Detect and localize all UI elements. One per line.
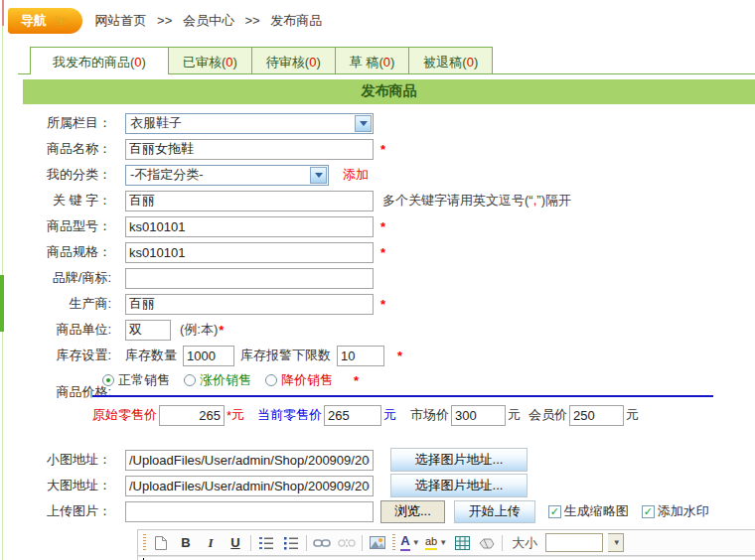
thumbnail-checkbox-wrap: ✓ 生成缩略图	[548, 502, 629, 520]
model-row: 商品型号： *	[12, 214, 755, 238]
pointing-finger-icon: ☞	[54, 12, 67, 30]
unit-label: 商品单位:	[12, 321, 111, 339]
font-color-letter: A	[400, 534, 409, 550]
watermark-checkbox[interactable]: ✓	[642, 505, 655, 518]
editor-toolbar: B I U A▼ ab▼	[137, 529, 755, 556]
start-upload-button[interactable]: 开始上传	[454, 500, 535, 523]
required-asterisk: *	[219, 323, 224, 338]
market-price-input[interactable]	[451, 405, 506, 426]
radio-price-up[interactable]	[184, 374, 196, 386]
tab-rejected[interactable]: 被退稿(0)	[408, 47, 493, 73]
stock-warn-input[interactable]	[337, 346, 384, 366]
link-icon[interactable]	[312, 533, 332, 553]
my-class-select[interactable]: -不指定分类-	[125, 165, 329, 186]
toolbar-grip[interactable]	[143, 534, 146, 552]
yuan-label: 元	[508, 406, 521, 424]
category-select[interactable]: 衣服鞋子	[125, 113, 374, 134]
highlight-letters: ab	[425, 535, 437, 549]
italic-button[interactable]: I	[201, 533, 221, 553]
price-inputs-line: 原始零售价 *元 当前零售价 元 市场价 元 会员价 元	[92, 402, 713, 428]
small-image-row: 小图地址： 选择图片地址...	[12, 448, 755, 472]
member-price-input[interactable]	[569, 405, 624, 426]
orig-price-input[interactable]	[159, 405, 225, 426]
breadcrumb-publish: 发布商品	[270, 13, 322, 28]
required-asterisk: *	[380, 245, 385, 260]
section-title: 发布商品	[23, 79, 755, 104]
producer-input[interactable]	[125, 294, 374, 315]
browse-button[interactable]: 浏览...	[380, 500, 445, 523]
upload-file-input[interactable]	[125, 501, 374, 522]
producer-label: 生产商:	[12, 295, 111, 313]
product-name-input[interactable]	[125, 139, 374, 160]
yuan-label: 元	[626, 406, 639, 424]
required-asterisk: *	[354, 373, 359, 388]
breadcrumb-separator: >>	[245, 13, 260, 28]
tab-my-published[interactable]: 我发布的商品(0)	[30, 47, 169, 74]
chevron-down-icon[interactable]	[355, 115, 372, 132]
eraser-icon[interactable]	[477, 533, 497, 553]
font-size-combobox[interactable]	[545, 533, 603, 552]
nav-badge: 导航 ☞	[8, 8, 82, 34]
tab-pending[interactable]: 待审核(0)	[251, 47, 336, 73]
big-image-input[interactable]	[125, 476, 374, 496]
product-name-row: 商品名称： *	[12, 137, 755, 161]
breadcrumb: 网站首页 >> 会员中心 >> 发布商品	[94, 12, 322, 30]
choose-big-image-button[interactable]: 选择图片地址...	[390, 474, 528, 497]
radio-price-down[interactable]	[265, 374, 277, 386]
breadcrumb-member-center[interactable]: 会员中心	[183, 13, 234, 28]
insert-table-icon[interactable]	[452, 533, 472, 553]
tab-label: 我发布的商品	[53, 55, 130, 70]
ordered-list-icon[interactable]	[256, 533, 276, 553]
stock-warn-label: 库存报警下限数	[240, 347, 331, 364]
unit-row: 商品单位: (例:本)*	[12, 318, 755, 342]
left-edge-red-segment	[2, 0, 4, 26]
price-row: 商品价格: 正常销售 涨价销售 降价销售 * 原始零售价 *元 当前零售价 元 …	[12, 369, 755, 428]
my-class-select-value: -不指定分类-	[126, 166, 309, 184]
paren: )	[316, 55, 320, 70]
model-label: 商品型号：	[12, 217, 111, 235]
bold-button[interactable]: B	[176, 533, 196, 553]
required-asterisk: *	[397, 349, 402, 363]
spec-input[interactable]	[125, 242, 374, 263]
font-size-dropdown-button[interactable]: ▼	[608, 533, 624, 552]
market-price-label: 市场价	[410, 406, 449, 424]
nav-badge-label: 导航	[21, 12, 47, 30]
keywords-input[interactable]	[125, 191, 374, 211]
paren: )	[474, 55, 478, 70]
toolbar-separator	[362, 535, 363, 551]
thumbnail-checkbox[interactable]: ✓	[548, 505, 561, 518]
brand-row: 品牌/商标:	[12, 266, 755, 290]
stock-label: 库存设置:	[12, 347, 111, 364]
tab-approved[interactable]: 已审核(0)	[168, 47, 252, 73]
brand-input[interactable]	[125, 268, 374, 289]
chevron-down-icon[interactable]	[310, 167, 327, 184]
font-color-button[interactable]: A▼	[400, 533, 420, 553]
editor-content-area[interactable]	[137, 556, 755, 560]
left-scrollbar-thumb[interactable]	[0, 275, 4, 332]
radio-normal-label: 正常销售	[118, 371, 170, 389]
unit-input[interactable]	[125, 320, 171, 341]
current-price-input[interactable]	[324, 405, 381, 426]
underline-button[interactable]: U	[226, 533, 245, 553]
keywords-hint: 多个关键字请用英文逗号(“,”)隔开	[382, 192, 571, 210]
add-class-link[interactable]: 添加	[343, 166, 369, 184]
bullet-list-icon[interactable]	[281, 533, 301, 553]
hint-text: 多个关键字请用英文逗号(“	[382, 193, 533, 208]
tab-draft[interactable]: 草 稿(0)	[335, 47, 410, 73]
tab-count: 0	[226, 55, 232, 70]
stock-qty-label: 库存数量	[125, 347, 177, 364]
small-image-input[interactable]	[125, 450, 374, 471]
choose-small-image-button[interactable]: 选择图片地址...	[390, 448, 528, 472]
tab-label: 草 稿	[350, 55, 379, 70]
highlight-color-button[interactable]: ab▼	[425, 533, 447, 553]
toolbar-grip[interactable]	[392, 534, 395, 552]
tab-label: 待审核	[266, 55, 305, 70]
stock-qty-input[interactable]	[183, 346, 234, 366]
tab-count: 0	[134, 55, 141, 70]
spec-label: 商品规格：	[12, 243, 111, 261]
insert-image-icon[interactable]	[368, 533, 387, 553]
new-document-icon[interactable]	[151, 533, 171, 553]
breadcrumb-home[interactable]: 网站首页	[94, 13, 146, 28]
model-input[interactable]	[125, 216, 374, 237]
radio-normal-sale[interactable]	[102, 374, 114, 386]
